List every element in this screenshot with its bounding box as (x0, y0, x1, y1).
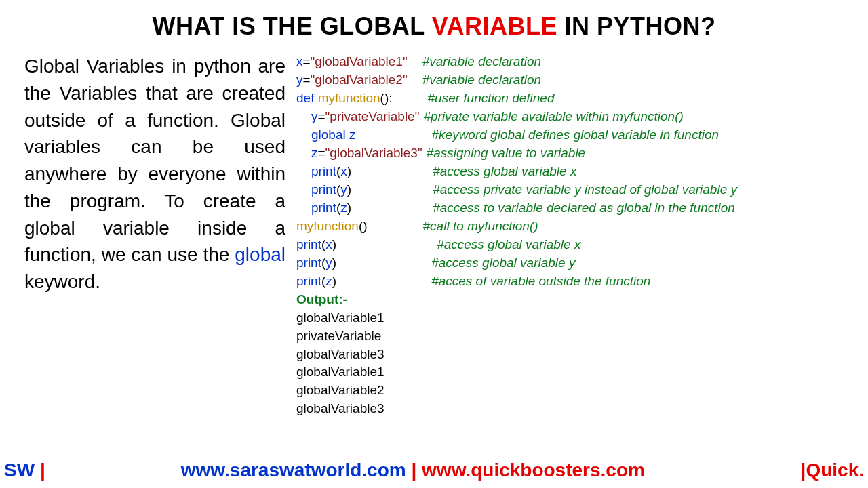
explain-part2: keyword. (24, 271, 100, 292)
footer-sw: SW | (4, 460, 45, 481)
code-comment: #access private variable y instead of gl… (433, 181, 737, 199)
code-line: print(x)#access global variable x (296, 236, 852, 254)
footer-quick: |Quick. (801, 460, 864, 481)
code-comment: #access global variable x (437, 236, 580, 254)
code-comment: #assigning value to variable (427, 144, 586, 163)
code-line: print(x)#access global variable x (296, 163, 852, 181)
code-comment: #access to variable declared as global i… (433, 199, 735, 218)
output-line: globalVariable3 (296, 346, 852, 364)
explanation-text: Global Variables in python are the Varia… (24, 53, 292, 418)
output-line: globalVariable3 (296, 400, 852, 418)
code-comment: #variable declaration (422, 71, 541, 89)
footer: SW | www.saraswatworld.com | www.quickbo… (0, 460, 868, 481)
code-line: y="privateVariable"#private variable ava… (296, 108, 852, 126)
output-line: privateVariable (296, 327, 852, 346)
code-comment: #private variable available within myfun… (423, 108, 683, 126)
code-comment: #acces of variable outside the function (431, 272, 650, 291)
explain-part1: Global Variables in python are the Varia… (24, 56, 285, 265)
output-line: globalVariable1 (296, 363, 852, 382)
code-line: global z#keyword global defines global v… (296, 126, 852, 144)
code-line: print(y)#access private variable y inste… (296, 181, 852, 199)
code-line: x="globalVariable1"#variable declaration (296, 53, 852, 71)
footer-sep: | (406, 460, 422, 481)
code-line: myfunction()#call to myfunction() (296, 218, 852, 236)
output-line: globalVariable1 (296, 309, 852, 327)
code-comment: #user function defined (428, 89, 555, 108)
explain-keyword: global (235, 244, 285, 265)
code-comment: #access global variable y (431, 254, 575, 272)
code-comment: #keyword global defines global variable … (432, 126, 719, 144)
code-line: y="globalVariable2"#variable declaration (296, 71, 852, 89)
footer-url2: www.quickboosters.com (422, 460, 645, 481)
code-comment: #variable declaration (422, 53, 541, 71)
code-line: print(z)#access to variable declared as … (296, 199, 852, 218)
code-line: z="globalVariable3"#assigning value to v… (296, 144, 852, 163)
code-line: print(z)#acces of variable outside the f… (296, 272, 852, 291)
output-line: globalVariable2 (296, 382, 852, 400)
code-comment: #call to myfunction() (423, 218, 538, 236)
code-line: def myfunction():#user function defined (296, 89, 852, 108)
code-block: x="globalVariable1"#variable declaration… (292, 53, 852, 418)
title-highlight: VARIABLE (432, 12, 557, 40)
output-label: Output:- (296, 291, 852, 309)
page-title: WHAT IS THE GLOBAL VARIABLE IN PYTHON? (0, 0, 868, 41)
code-comment: #access global variable x (433, 163, 576, 181)
title-post: IN PYTHON? (557, 12, 716, 40)
footer-urls: www.saraswatworld.com | www.quickbooster… (181, 460, 645, 481)
code-line: print(y)#access global variable y (296, 254, 852, 272)
footer-url1: www.saraswatworld.com (181, 460, 406, 481)
content-area: Global Variables in python are the Varia… (0, 41, 868, 418)
title-pre: WHAT IS THE GLOBAL (152, 12, 431, 40)
